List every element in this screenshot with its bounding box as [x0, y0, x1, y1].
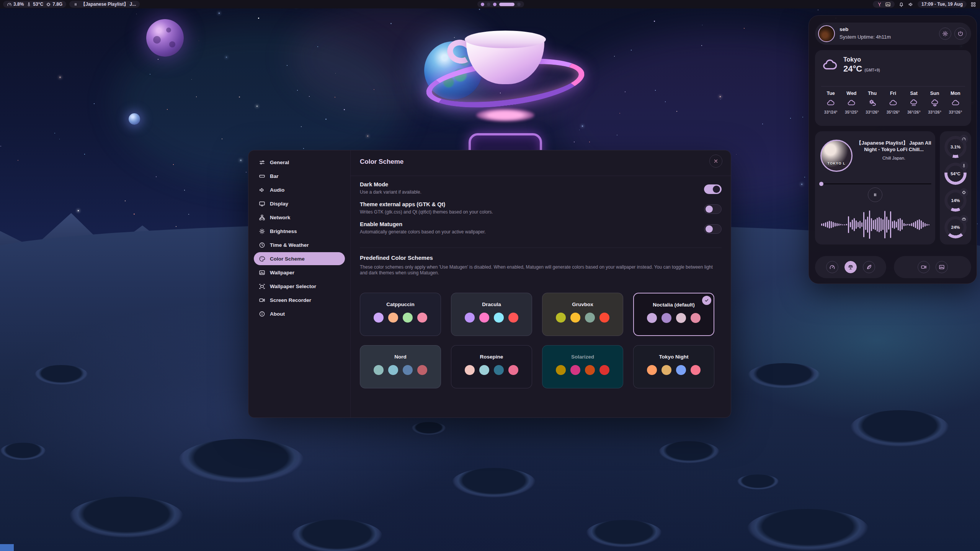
clock-pill[interactable]: 17:09 - Tue, 19 Aug [918, 1, 967, 8]
viz-bar [888, 220, 889, 230]
setting-title: Enable Matugen [360, 220, 722, 227]
toggle-theme-external-apps-gtk-qt[interactable] [704, 204, 722, 214]
quick-button-wallpaper[interactable] [936, 261, 948, 273]
viz-bar [873, 220, 874, 229]
day-name: Fri [890, 91, 896, 96]
sidebar-item-general[interactable]: General [254, 156, 345, 169]
workspace-dot[interactable] [517, 3, 521, 6]
profile-button-performance[interactable] [826, 261, 838, 273]
scheme-name: Noctalia (default) [634, 302, 714, 308]
viz-bar [880, 218, 882, 231]
media-pill[interactable]: 【Japanese Playlist】 J... [69, 1, 140, 8]
system-stats-pill: 3.8% 53°C 7.8G [3, 1, 66, 8]
settings-content: Color Scheme Dark ModeUse a dark variant… [351, 150, 731, 417]
viz-bar [917, 220, 918, 229]
weather-day-fri: Fri35°/26° [883, 91, 903, 114]
weather-day-tue: Tue33°/24° [820, 91, 841, 114]
color-swatch [494, 313, 504, 323]
star [59, 77, 61, 78]
viz-bar [831, 221, 832, 228]
scheme-card-gruvbox[interactable]: Gruvbox [542, 293, 623, 336]
scheme-card-solarized[interactable]: Solarized [542, 345, 623, 388]
album-art: TOKYO L [820, 140, 853, 172]
wallpaper-icon [259, 269, 265, 276]
sidebar-item-wallpaper-selector[interactable]: Wallpaper Selector [254, 280, 345, 293]
settings-window: GeneralBarAudioDisplayNetworkBrightnessT… [248, 150, 731, 418]
workspace-dot[interactable] [493, 3, 497, 6]
scheme-card-noctalia-default[interactable]: Noctalia (default) [633, 293, 714, 336]
color-swatch [676, 313, 686, 323]
scheme-name: Solarized [542, 354, 623, 360]
scheme-card-nord[interactable]: Nord [360, 345, 441, 388]
viz-bar [921, 220, 922, 229]
scheme-card-tokyo-night[interactable]: Tokyo Night [633, 345, 714, 388]
scheme-name: Dracula [451, 302, 532, 307]
sidebar-item-color-scheme[interactable]: Color Scheme [254, 252, 345, 265]
star [258, 18, 259, 19]
memory-stat: 7.8G [46, 2, 62, 7]
quick-button-screen-recorder[interactable] [918, 261, 930, 273]
power-button[interactable] [954, 28, 967, 40]
sidebar-item-about[interactable]: About [254, 307, 345, 320]
app-launcher-icon[interactable] [970, 2, 976, 7]
toggle-dark-mode[interactable] [704, 184, 722, 194]
color-swatch [388, 313, 398, 323]
viz-bar [875, 219, 876, 230]
control-panel: seb System Uptime: 4h11m Tokyo 24°C (GMT… [808, 15, 977, 284]
sidebar-item-brightness[interactable]: Brightness [254, 225, 345, 238]
brightness-icon [259, 228, 265, 235]
sidebar-item-audio[interactable]: Audio [254, 183, 345, 196]
system-gauges-card: 3.1%54°C14%24% [940, 131, 971, 245]
day-name: Sun [930, 91, 939, 96]
sidebar-item-bar[interactable]: Bar [254, 170, 345, 183]
disk-icon [960, 215, 968, 223]
close-button[interactable] [709, 155, 722, 168]
tray-image-icon[interactable] [885, 2, 891, 7]
sidebar-item-network[interactable]: Network [254, 211, 345, 224]
star [802, 117, 803, 117]
star [804, 177, 805, 178]
sidebar-item-wallpaper[interactable]: Wallpaper [254, 266, 345, 279]
viz-bar [869, 210, 870, 239]
day-temps: 33°/26° [949, 110, 962, 114]
star [54, 133, 55, 134]
profile-button-balanced[interactable] [844, 261, 857, 273]
sidebar-item-screen-recorder[interactable]: Screen Recorder [254, 293, 345, 306]
audio-visualizer [819, 209, 931, 241]
sidebar-item-time-weather[interactable]: Time & Weather [254, 238, 345, 251]
gauge-thermometer: 54°C [944, 163, 967, 185]
setting-description: Writes GTK (gtk.css) and Qt (qt6ct) them… [360, 209, 722, 215]
tune-icon [259, 159, 265, 166]
sidebar-item-label: Wallpaper Selector [270, 284, 316, 289]
day-name: Tue [826, 91, 835, 96]
sidebar-item-display[interactable]: Display [254, 197, 345, 210]
power-profiles-card [815, 256, 886, 278]
notifications-icon[interactable] [898, 2, 904, 7]
scheme-card-rosepine[interactable]: Rosepine [451, 345, 532, 388]
progress-handle[interactable] [819, 182, 823, 186]
viz-bar [842, 224, 843, 225]
memory-value: 7.8G [52, 2, 62, 7]
check-icon [704, 298, 709, 303]
star [0, 146, 1, 147]
workspace-dot[interactable] [481, 3, 484, 6]
scheme-card-catppuccin[interactable]: Catppuccin [360, 293, 441, 336]
workspace-dot[interactable] [487, 3, 490, 6]
sidebar-item-label: Audio [270, 187, 284, 193]
toggle-enable-matugen[interactable] [704, 224, 722, 234]
tray-app-icon[interactable] [877, 2, 882, 7]
gauge-gauge: 3.1% [944, 136, 967, 158]
day-name: Wed [846, 91, 856, 96]
workspace-dot[interactable] [499, 3, 514, 6]
settings-button[interactable] [939, 28, 951, 40]
top-bar: 3.8% 53°C 7.8G 【Japanese Playlist】 J... … [0, 0, 980, 8]
scheme-card-dracula[interactable]: Dracula [451, 293, 532, 336]
color-swatch [647, 365, 657, 375]
viz-bar [861, 222, 862, 227]
profile-button-power-saver[interactable] [863, 261, 875, 273]
day-temps: 33°/26° [866, 110, 879, 114]
media-progress-bar[interactable] [819, 183, 931, 184]
wallpaper-fragment [0, 544, 14, 551]
volume-icon[interactable] [908, 2, 914, 7]
play-pause-button[interactable] [868, 187, 882, 202]
